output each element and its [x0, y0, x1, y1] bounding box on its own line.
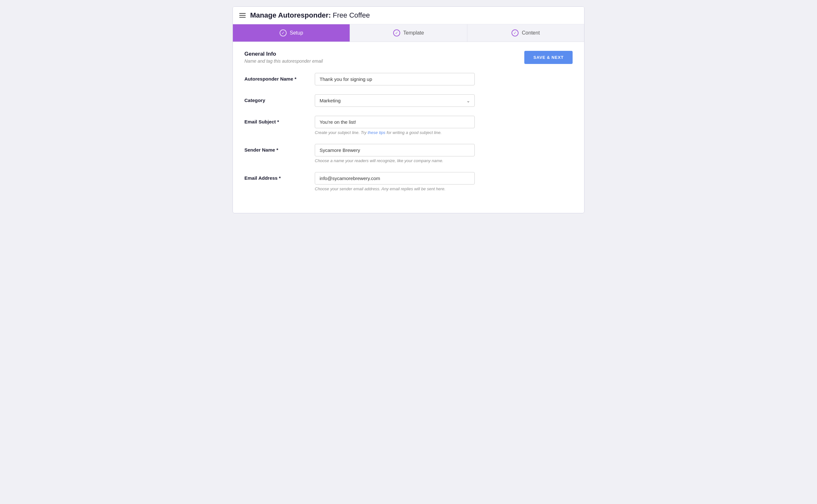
section-header: General Info Name and tag this autorespo… — [244, 51, 573, 64]
tab-template-check-icon: ✓ — [393, 29, 400, 36]
sender-name-row: Sender Name * Choose a name your readers… — [244, 144, 573, 163]
email-subject-hint-prefix: Create your subject line. Try — [315, 130, 368, 135]
sender-name-field-wrap: Choose a name your readers will recogniz… — [315, 144, 475, 163]
section-subtitle: Name and tag this autoresponder email — [244, 59, 323, 64]
content-area: General Info Name and tag this autorespo… — [233, 42, 584, 213]
page-title: Manage Autoresponder: Free Coffee — [250, 11, 370, 20]
tab-template-label: Template — [403, 30, 424, 36]
category-field-wrap: Marketing Transactional Newsletters Othe… — [315, 94, 475, 107]
email-subject-hint: Create your subject line. Try these tips… — [315, 130, 475, 135]
page-title-name: Free Coffee — [333, 11, 370, 19]
email-subject-row: Email Subject * Create your subject line… — [244, 116, 573, 135]
tab-setup-label: Setup — [290, 30, 303, 36]
sender-name-input[interactable] — [315, 144, 475, 156]
autoresponder-name-label: Autoresponder Name * — [244, 73, 315, 82]
tab-setup[interactable]: ✓ Setup — [233, 24, 350, 42]
email-address-label: Email Address * — [244, 172, 315, 181]
autoresponder-name-row: Autoresponder Name * — [244, 73, 573, 85]
email-subject-label: Email Subject * — [244, 116, 315, 124]
tab-content-label: Content — [522, 30, 540, 36]
autoresponder-name-field-wrap — [315, 73, 475, 85]
category-select[interactable]: Marketing Transactional Newsletters Othe… — [315, 94, 475, 107]
section-info: General Info Name and tag this autorespo… — [244, 51, 323, 64]
tabs-bar: ✓ Setup ✓ Template ✓ Content — [233, 24, 584, 42]
save-next-button[interactable]: SAVE & NEXT — [524, 51, 573, 64]
category-label: Category — [244, 94, 315, 103]
tab-template[interactable]: ✓ Template — [350, 24, 467, 42]
email-subject-input[interactable] — [315, 116, 475, 128]
sender-name-label: Sender Name * — [244, 144, 315, 153]
email-address-row: Email Address * Choose your sender email… — [244, 172, 573, 191]
sender-name-hint: Choose a name your readers will recogniz… — [315, 158, 475, 163]
page-title-label: Manage Autoresponder: — [250, 11, 331, 19]
hamburger-icon[interactable] — [239, 13, 246, 18]
email-subject-hint-suffix: for writing a good subject line. — [385, 130, 442, 135]
email-address-field-wrap: Choose your sender email address. Any em… — [315, 172, 475, 191]
email-subject-field-wrap: Create your subject line. Try these tips… — [315, 116, 475, 135]
tab-setup-check-icon: ✓ — [280, 29, 287, 36]
top-bar: Manage Autoresponder: Free Coffee — [233, 7, 584, 24]
tab-content-check-icon: ✓ — [512, 29, 519, 36]
page-wrapper: Manage Autoresponder: Free Coffee ✓ Setu… — [233, 6, 584, 213]
autoresponder-name-input[interactable] — [315, 73, 475, 85]
section-title: General Info — [244, 51, 323, 57]
category-select-wrap: Marketing Transactional Newsletters Othe… — [315, 94, 475, 107]
email-address-input[interactable] — [315, 172, 475, 185]
these-tips-link[interactable]: these tips — [368, 130, 385, 135]
email-address-hint: Choose your sender email address. Any em… — [315, 186, 475, 191]
category-row: Category Marketing Transactional Newslet… — [244, 94, 573, 107]
tab-content[interactable]: ✓ Content — [467, 24, 584, 42]
